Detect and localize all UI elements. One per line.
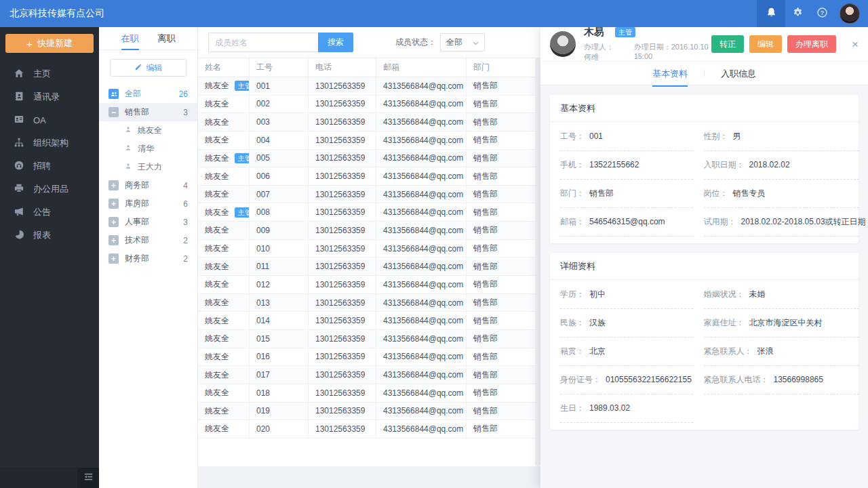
cell-name: 姚友全 <box>198 96 250 113</box>
member-name: 姚友全 <box>205 261 229 272</box>
sidebar-item-办公用品[interactable]: 办公用品 <box>0 178 99 201</box>
field-label: 身份证号： <box>560 375 601 384</box>
sidebar-item-通讯录[interactable]: 通讯录 <box>0 85 99 108</box>
tree-member-label: 姚友全 <box>138 125 162 136</box>
detail-tab-入职信息[interactable]: 入职信息 <box>705 62 772 85</box>
tree-node-人事部[interactable]: +人事部3 <box>99 213 197 231</box>
field-label: 部门： <box>560 188 585 198</box>
cell-phone: 13012563359 <box>309 203 376 221</box>
help-icon: ? <box>816 7 828 21</box>
sidebar-item-公告[interactable]: 公告 <box>0 201 99 224</box>
notifications-button[interactable] <box>757 0 785 27</box>
cell-phone: 13012563359 <box>309 366 376 384</box>
app-title: 北京科技传媒有点公司 <box>0 7 104 20</box>
supervisor-badge: 主管 <box>235 207 250 218</box>
cell-phone: 13012563359 <box>309 150 376 167</box>
field-label: 入职日期： <box>704 160 745 169</box>
expand-icon[interactable]: + <box>108 180 119 190</box>
tree-node-技术部[interactable]: +技术部2 <box>99 231 197 249</box>
detail-info-title: 详细资料 <box>550 253 859 280</box>
collapse-node-icon[interactable]: − <box>108 107 119 117</box>
supervisor-badge: 主管 <box>235 153 250 163</box>
tree-node-count: 2 <box>183 236 188 245</box>
tree-node-库房部[interactable]: +库房部6 <box>99 195 197 213</box>
member-name: 姚友全 <box>205 279 229 290</box>
cell-id: 005 <box>250 150 309 167</box>
collapse-sidebar-button[interactable] <box>77 468 99 488</box>
expand-icon[interactable]: + <box>108 217 119 227</box>
sidebar-item-label: 主页 <box>33 68 51 80</box>
user-avatar[interactable] <box>840 3 860 24</box>
sidebar-item-招聘[interactable]: 招聘 <box>0 155 99 178</box>
expand-icon[interactable]: + <box>108 235 119 245</box>
cell-name: 姚友全主管 <box>198 150 250 167</box>
tab-离职[interactable]: 离职 <box>157 27 177 49</box>
quick-create-button[interactable]: + 快捷新建 <box>5 34 94 53</box>
field-工号: 工号：001 <box>560 123 693 151</box>
search-input[interactable] <box>208 33 318 52</box>
member-name: 姚友全 <box>205 351 229 363</box>
tree-node-财务部[interactable]: +财务部2 <box>99 249 197 268</box>
cell-name: 姚友全 <box>198 186 250 203</box>
cell-id: 015 <box>250 330 309 348</box>
expand-icon[interactable]: + <box>108 199 119 209</box>
cell-id: 016 <box>250 348 309 366</box>
cell-email: 4313566844@qq.com <box>376 420 467 438</box>
tree-member-清华[interactable]: 清华 <box>99 140 197 158</box>
cell-email: 4313566844@qq.com <box>376 222 467 239</box>
oa-icon <box>14 114 24 127</box>
employee-avatar <box>550 31 576 57</box>
cell-phone: 13012563359 <box>309 96 376 113</box>
tree-node-全部[interactable]: 全部26 <box>99 85 197 103</box>
settings-button[interactable] <box>785 0 810 27</box>
status-filter-select[interactable]: 全部 <box>440 33 485 52</box>
close-icon[interactable]: × <box>852 39 859 50</box>
sidebar-item-报表[interactable]: 报表 <box>0 224 99 247</box>
column-header-工号: 工号 <box>250 58 309 77</box>
tree-node-销售部[interactable]: −销售部3 <box>99 103 197 121</box>
chevron-down-icon <box>473 38 479 47</box>
tab-在职[interactable]: 在职 <box>120 27 140 49</box>
sidebar-item-OA[interactable]: OA <box>0 108 99 131</box>
cell-email: 4313566844@qq.com <box>376 113 467 131</box>
status-filter-label: 成员状态： <box>395 37 436 48</box>
edit-departments-button[interactable]: 编辑 <box>110 59 186 77</box>
cell-id: 002 <box>250 96 309 113</box>
edit-label: 编辑 <box>146 62 163 74</box>
process-resignation-button[interactable]: 办理离职 <box>787 35 836 53</box>
tree-node-label: 销售部 <box>125 106 149 118</box>
field-label: 学历： <box>560 289 585 299</box>
gear-icon <box>792 7 804 21</box>
cell-name: 姚友全 <box>198 312 250 329</box>
field-value: 0105556322156622155 <box>606 375 692 384</box>
tree-node-商务部[interactable]: +商务部4 <box>99 176 197 195</box>
department-tree: 全部26−销售部3姚友全清华王大力+商务部4+库房部6+人事部3+技术部2+财务… <box>99 85 197 268</box>
basic-info-title: 基本资料 <box>550 95 859 122</box>
detail-tabs: 基本资料入职信息 <box>540 61 868 85</box>
field-身份证号: 身份证号：0105556322156622155 <box>560 366 693 394</box>
tree-node-count: 26 <box>179 89 188 99</box>
detail-tab-基本资料[interactable]: 基本资料 <box>636 62 704 85</box>
cell-email: 4313566844@qq.com <box>376 384 467 402</box>
member-name: 姚友全 <box>205 405 229 417</box>
field-label: 手机： <box>560 160 585 169</box>
pencil-icon <box>134 63 142 73</box>
expand-icon[interactable]: + <box>108 253 119 264</box>
cell-phone: 13012563359 <box>309 113 376 131</box>
edit-employee-button[interactable]: 编辑 <box>749 35 782 53</box>
confirm-employment-button[interactable]: 转正 <box>711 35 744 53</box>
field-value: 北京 <box>589 346 606 356</box>
sidebar-item-组织架构[interactable]: 组织架构 <box>0 131 99 155</box>
tree-member-王大力[interactable]: 王大力 <box>99 158 197 176</box>
cell-id: 004 <box>250 131 309 149</box>
cell-id: 008 <box>250 203 309 221</box>
table-scrollbar[interactable] <box>535 58 540 466</box>
tree-member-姚友全[interactable]: 姚友全 <box>99 121 197 140</box>
field-value: 张浪 <box>757 346 774 356</box>
handler-text: 办理人：何维 <box>584 42 620 62</box>
help-button[interactable]: ? <box>810 0 834 27</box>
sidebar-item-主页[interactable]: 主页 <box>0 62 99 85</box>
cell-name: 姚友全 <box>198 222 250 239</box>
cell-email: 4313566844@qq.com <box>376 77 467 95</box>
search-button[interactable]: 搜索 <box>318 33 353 52</box>
